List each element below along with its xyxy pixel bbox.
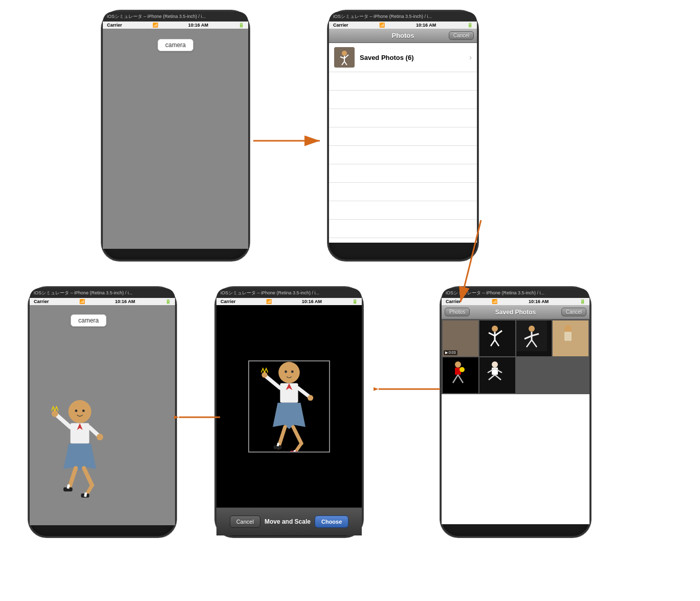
- phone3-wifi-icon: 📶: [492, 299, 497, 304]
- svg-line-55: [85, 492, 86, 497]
- phone2-time: 10:16 AM: [416, 23, 436, 28]
- svg-line-54: [68, 484, 69, 488]
- phone3-cancel-button[interactable]: Cancel: [561, 308, 586, 316]
- video-badge: ▶0:03: [444, 350, 457, 355]
- arrow2: [450, 220, 491, 312]
- svg-rect-69: [290, 450, 297, 453]
- phone5-carrier: Carrier: [221, 299, 236, 304]
- phone1-battery-icon: 🔋: [238, 23, 244, 28]
- phone2-wifi-icon: 📶: [379, 23, 385, 28]
- phone3-photo-3[interactable]: [516, 320, 552, 356]
- phone4-character: [45, 382, 127, 515]
- phone5-time: 10:16 AM: [302, 299, 322, 304]
- phone4-battery-icon: 🔋: [165, 299, 171, 304]
- phone3-frame: iOSシミュレータ – iPhone (Retina 3.5-inch) / i…: [440, 287, 591, 538]
- phone2-nav-title: Photos: [391, 32, 414, 39]
- phone2-thumb: [334, 47, 355, 68]
- arrow4: [174, 407, 220, 427]
- phone5-toolbar: Cancel Move and Scale Choose: [216, 507, 362, 535]
- svg-point-56: [278, 361, 300, 383]
- phone2-title-bar: iOSシミュレータ – iPhone (Retina 3.5-inch) / i…: [329, 12, 477, 22]
- phone3-photo-grid: ▶0:03: [442, 319, 589, 394]
- phone1-title-bar: iOSシミュレータ – iPhone (Retina 3.5-inch) / i…: [103, 12, 248, 22]
- phone5-image-area: [248, 360, 330, 453]
- phone5-title: iOSシミュレータ – iPhone (Retina 3.5-inch) / i…: [221, 290, 319, 295]
- arrow3: [374, 379, 440, 399]
- phone4-title: iOSシミュレータ – iPhone (Retina 3.5-inch) / i…: [34, 290, 133, 295]
- phone5-cancel-button[interactable]: Cancel: [230, 516, 260, 528]
- phone1-status-bar: Carrier 📶 10:16 AM 🔋: [103, 22, 248, 29]
- phone2-cancel-button[interactable]: Cancel: [449, 31, 474, 40]
- svg-line-47: [89, 427, 98, 435]
- svg-point-1: [342, 51, 347, 56]
- phone2-screen: Saved Photos (6) ›: [329, 43, 477, 243]
- phone3-time: 10:16 AM: [529, 299, 549, 304]
- svg-point-64: [308, 395, 313, 400]
- phone3-photo-4[interactable]: [553, 320, 588, 356]
- phone4-frame: iOSシミュレータ – iPhone (Retina 3.5-inch) / i…: [28, 287, 177, 538]
- phone2-saved-photos-row[interactable]: Saved Photos (6) ›: [329, 43, 477, 72]
- svg-point-40: [69, 400, 92, 423]
- phone5-battery-icon: 🔋: [352, 299, 358, 304]
- svg-point-58: [291, 370, 294, 373]
- phone4-title-bar: iOSシミュレータ – iPhone (Retina 3.5-inch) / i…: [30, 288, 175, 298]
- svg-line-65: [278, 427, 285, 447]
- phone5-frame: iOSシミュレータ – iPhone (Retina 3.5-inch) / i…: [215, 287, 363, 538]
- phone5-choose-button[interactable]: Choose: [315, 516, 348, 528]
- arrow1: [253, 131, 325, 151]
- svg-line-61: [266, 376, 280, 388]
- phone1-camera-button[interactable]: camera: [158, 39, 193, 51]
- phone3-battery-icon: 🔋: [580, 299, 585, 304]
- phone5-screen: [216, 305, 362, 507]
- svg-point-42: [82, 410, 85, 412]
- svg-point-30: [460, 367, 465, 372]
- phone1-wifi-icon: 📶: [152, 23, 158, 28]
- svg-line-63: [298, 388, 309, 396]
- phone4-time: 10:16 AM: [115, 299, 135, 304]
- svg-line-75: [461, 220, 481, 302]
- phone1-time: 10:16 AM: [188, 23, 208, 28]
- phone3-photo-5[interactable]: [443, 357, 478, 393]
- phone2-chevron-icon: ›: [469, 53, 472, 61]
- phone3-screen: ▶0:03: [442, 319, 589, 524]
- phone4-carrier: Carrier: [34, 299, 49, 304]
- phone2-carrier: Carrier: [333, 23, 348, 28]
- svg-line-70: [278, 443, 279, 446]
- phone5-status-bar: Carrier 📶 10:16 AM 🔋: [216, 298, 362, 305]
- phone2-battery-icon: 🔋: [467, 23, 473, 28]
- phone1-frame: iOSシミュレータ – iPhone (Retina 3.5-inch) / i…: [101, 10, 250, 261]
- phone1-title: iOSシミュレータ – iPhone (Retina 3.5-inch) / i…: [107, 14, 206, 19]
- svg-point-23: [564, 325, 572, 332]
- phone4-status-bar: Carrier 📶 10:16 AM 🔋: [30, 298, 175, 305]
- svg-line-67: [293, 427, 301, 443]
- phone4-wifi-icon: 📶: [79, 299, 85, 304]
- svg-point-41: [75, 410, 77, 412]
- phone2-title: iOSシミュレータ – iPhone (Retina 3.5-inch) / i…: [333, 14, 432, 19]
- phone5-move-scale-label: Move and Scale: [265, 518, 311, 525]
- svg-point-9: [492, 326, 498, 332]
- phone3-photo-2[interactable]: [479, 320, 515, 356]
- svg-point-34: [492, 361, 498, 368]
- phone5-character: [251, 360, 327, 453]
- svg-line-71: [294, 450, 295, 452]
- phone1-screen: camera: [103, 29, 248, 249]
- phone2-empty-rows: [329, 72, 477, 238]
- svg-point-48: [97, 434, 103, 440]
- phone4-screen: camera: [30, 305, 175, 525]
- phone4-camera-button[interactable]: camera: [71, 314, 106, 327]
- phone2-nav-bar: Photos Cancel: [329, 29, 477, 43]
- phone3-photo-6[interactable]: [479, 357, 515, 393]
- svg-line-49: [69, 468, 76, 489]
- phone3-photo-1[interactable]: ▶0:03: [443, 320, 478, 356]
- phone5-wifi-icon: 📶: [266, 299, 272, 304]
- phone1-carrier: Carrier: [107, 23, 122, 28]
- svg-point-28: [455, 361, 461, 368]
- phone2-saved-photos-label: Saved Photos (6): [360, 54, 469, 61]
- svg-rect-24: [564, 332, 572, 341]
- svg-point-57: [285, 370, 287, 373]
- svg-line-45: [56, 415, 70, 427]
- phone2-status-bar: Carrier 📶 10:16 AM 🔋: [329, 22, 477, 29]
- svg-line-51: [84, 468, 92, 485]
- svg-rect-7: [445, 323, 476, 354]
- phone5-title-bar: iOSシミュレータ – iPhone (Retina 3.5-inch) / i…: [216, 288, 362, 298]
